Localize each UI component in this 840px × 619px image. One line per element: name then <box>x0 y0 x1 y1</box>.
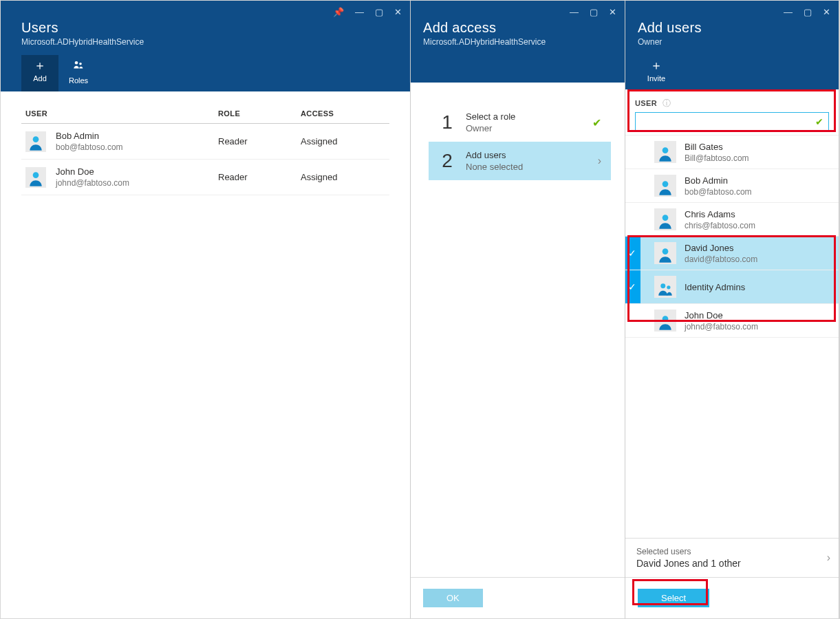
user-name: Bob Admin <box>56 131 123 141</box>
step-number: 1 <box>438 111 456 133</box>
avatar <box>654 276 676 298</box>
user-name: Chris Adams <box>685 209 832 219</box>
page-subtitle: Microsoft.ADHybridHealthService <box>423 37 612 47</box>
user-email: bob@fabtoso.com <box>685 187 832 197</box>
svg-point-6 <box>663 215 669 221</box>
invite-button[interactable]: ＋ Invite <box>638 55 675 89</box>
select-button[interactable]: Select <box>638 589 709 607</box>
user-name: David Jones <box>685 243 832 253</box>
list-item[interactable]: David Jonesdavid@fabtoso.com <box>625 237 839 270</box>
step-title: Add users <box>466 150 588 160</box>
step-value: None selected <box>466 162 588 172</box>
maximize-icon[interactable]: ▢ <box>804 8 812 17</box>
table-header: USER ROLE ACCESS <box>21 104 389 124</box>
user-name: John Doe <box>56 166 129 177</box>
avatar <box>654 175 676 197</box>
page-subtitle: Microsoft.ADHybridHealthService <box>21 37 398 47</box>
avatar <box>654 208 676 230</box>
minimize-icon[interactable]: — <box>784 8 793 17</box>
chevron-right-icon: › <box>598 155 601 167</box>
search-label: USER <box>635 99 657 107</box>
chevron-right-icon: › <box>827 552 830 564</box>
check-icon: ✔ <box>592 116 601 129</box>
selected-summary[interactable]: Selected users David Jones and 1 other › <box>625 538 839 577</box>
selected-label: Selected users <box>636 547 828 556</box>
user-name: Identity Admins <box>685 282 832 292</box>
user-access: Assigned <box>301 136 383 146</box>
add-label: Add <box>24 74 56 83</box>
step-number: 2 <box>438 150 456 172</box>
list-item[interactable]: Bob Adminbob@fabtoso.com <box>625 169 839 203</box>
user-name: Bill Gates <box>685 142 832 152</box>
svg-point-1 <box>79 63 82 65</box>
avatar <box>25 131 46 152</box>
user-email: Bill@fabtoso.com <box>685 153 832 163</box>
plus-icon: ＋ <box>24 59 56 72</box>
roles-label: Roles <box>63 76 94 85</box>
svg-point-0 <box>75 61 78 65</box>
search-input[interactable] <box>635 112 829 131</box>
maximize-icon[interactable]: ▢ <box>375 8 383 17</box>
page-title: Add access <box>423 20 612 36</box>
minimize-icon[interactable]: — <box>570 8 579 17</box>
step-add-users[interactable]: 2 Add users None selected › <box>429 142 611 180</box>
info-icon[interactable]: ⓘ <box>663 98 671 108</box>
minimize-icon[interactable]: — <box>355 8 364 17</box>
table-row[interactable]: Bob Admin bob@fabtoso.com Reader Assigne… <box>21 124 389 160</box>
step-value: Owner <box>466 123 583 133</box>
list-item[interactable]: Chris Adamschris@fabtoso.com <box>625 203 839 237</box>
svg-point-9 <box>667 285 670 289</box>
invite-label: Invite <box>640 74 672 83</box>
maximize-icon[interactable]: ▢ <box>590 8 598 17</box>
selected-value: David Jones and 1 other <box>636 558 828 569</box>
svg-point-10 <box>663 316 669 322</box>
list-item[interactable]: Bill GatesBill@fabtoso.com <box>625 135 839 169</box>
avatar <box>25 167 46 188</box>
plus-icon: ＋ <box>640 59 672 72</box>
add-button[interactable]: ＋ Add <box>21 55 58 91</box>
user-email: bob@fabtoso.com <box>56 142 123 152</box>
svg-point-5 <box>663 181 669 187</box>
user-access: Assigned <box>301 172 383 182</box>
page-title: Add users <box>638 20 826 36</box>
avatar <box>654 141 676 163</box>
table-row[interactable]: John Doe johnd@fabtoso.com Reader Assign… <box>21 160 389 195</box>
user-email: chris@fabtoso.com <box>685 221 832 230</box>
col-user: USER <box>25 109 218 118</box>
roles-icon <box>63 59 94 74</box>
user-name: Bob Admin <box>685 175 832 186</box>
svg-point-4 <box>663 147 669 153</box>
close-icon[interactable]: ✕ <box>609 8 616 17</box>
user-role: Reader <box>218 172 301 182</box>
user-email: david@fabtoso.com <box>685 254 832 264</box>
user-email: johnd@fabtoso.com <box>685 322 832 332</box>
user-role: Reader <box>218 136 301 146</box>
list-item[interactable]: John Doejohnd@fabtoso.com <box>625 304 839 338</box>
step-title: Select a role <box>466 111 583 122</box>
close-icon[interactable]: ✕ <box>823 8 830 17</box>
roles-button[interactable]: Roles <box>60 55 97 91</box>
list-item[interactable]: Identity Admins <box>625 270 839 304</box>
ok-button[interactable]: OK <box>423 589 483 607</box>
pin-icon[interactable]: 📌 <box>333 8 344 17</box>
avatar <box>654 242 676 264</box>
page-title: Users <box>21 20 398 36</box>
svg-point-2 <box>33 136 39 142</box>
avatar <box>654 310 676 332</box>
page-subtitle: Owner <box>638 37 826 47</box>
col-role: ROLE <box>218 109 301 118</box>
svg-point-8 <box>660 283 665 288</box>
close-icon[interactable]: ✕ <box>394 8 402 17</box>
user-name: John Doe <box>685 310 832 321</box>
svg-point-7 <box>663 248 669 254</box>
check-icon: ✔ <box>815 116 823 127</box>
col-access: ACCESS <box>301 109 383 118</box>
user-email: johnd@fabtoso.com <box>56 178 129 188</box>
step-select-role[interactable]: 1 Select a role Owner ✔ <box>429 103 611 142</box>
svg-point-3 <box>33 172 39 178</box>
